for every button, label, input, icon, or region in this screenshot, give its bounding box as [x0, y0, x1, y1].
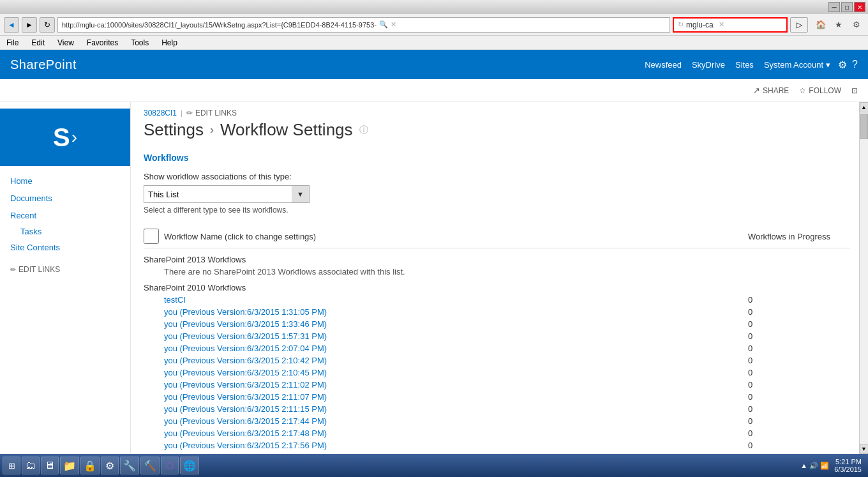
sp-sidebar: S › Home Documents Recent Tasks Site Con…: [0, 102, 131, 454]
taskbar-cmd[interactable]: 🖥: [41, 457, 59, 474]
search-go-button[interactable]: ▷: [790, 17, 808, 33]
scroll-thumb[interactable]: [860, 114, 868, 139]
minimize-button[interactable]: ─: [828, 2, 840, 12]
breadcrumb-separator: |: [181, 109, 183, 117]
nav-sites[interactable]: Sites: [735, 60, 754, 70]
breadcrumb-edit-links[interactable]: ✏ EDIT LINKS: [186, 109, 237, 117]
taskbar-ie[interactable]: 🌐: [180, 457, 199, 474]
workflow-link[interactable]: you (Previous Version:6/3/2015 2:17:56 P…: [164, 441, 748, 450]
sp-brand: SharePoint: [10, 57, 77, 72]
sp-s-letter: S: [53, 125, 70, 150]
address-bar[interactable]: http://mglu-ca:10000/sites/30828CI1/_lay…: [57, 17, 670, 33]
workflow-link[interactable]: you (Previous Version:6/3/2015 2:17:48 P…: [164, 428, 748, 438]
table-row: you (Previous Version:6/3/2015 2:17:44 P…: [144, 415, 850, 427]
workflow-link[interactable]: you (Previous Version:6/3/2015 2:10:42 P…: [164, 356, 748, 365]
menu-help[interactable]: Help: [159, 37, 180, 49]
focus-button[interactable]: ⊡: [851, 86, 858, 95]
menu-favorites[interactable]: Favorites: [84, 37, 121, 49]
menu-tools[interactable]: Tools: [128, 37, 151, 49]
restore-button[interactable]: □: [841, 2, 853, 12]
workflow-link[interactable]: you (Previous Version:6/3/2015 2:07:04 P…: [164, 344, 748, 353]
select-all-checkbox[interactable]: [144, 229, 159, 244]
address-close[interactable]: ✕: [391, 20, 396, 29]
search-box[interactable]: ↻ mglu-ca ✕: [673, 17, 788, 33]
info-icon[interactable]: ⓘ: [359, 125, 368, 136]
nav-skydrive[interactable]: SkyDrive: [692, 60, 725, 70]
cmd-icon: 🖥: [45, 460, 55, 471]
page-title: Settings › Workflow Settings ⓘ: [144, 120, 850, 140]
wrench-icon: 🔧: [123, 460, 136, 472]
table-row: you (Previous Version:6/3/2015 2:07:04 P…: [144, 342, 850, 354]
table-row: you (Previous Version:6/3/2015 2:10:45 P…: [144, 367, 850, 379]
nav-newsfeed[interactable]: Newsfeed: [645, 60, 682, 70]
home-icon-btn[interactable]: 🏠: [813, 17, 828, 33]
taskbar-settings[interactable]: ⚙: [101, 457, 119, 474]
title-settings: Settings: [144, 120, 204, 140]
workflow-count: 0: [748, 319, 850, 329]
workflow-count: 0: [748, 368, 850, 377]
sidebar-item-documents[interactable]: Documents: [10, 190, 130, 207]
taskbar-security[interactable]: 🔒: [80, 457, 100, 474]
taskbar-wrench[interactable]: 🔧: [120, 457, 139, 474]
menu-file[interactable]: File: [4, 37, 21, 49]
workflow-link[interactable]: you (Previous Version:6/3/2015 2:11:07 P…: [164, 392, 748, 402]
table-row: you (Previous Version:6/3/2015 2:11:07 P…: [144, 391, 850, 403]
workflow-link[interactable]: you (Previous Version:6/3/2015 1:31:05 P…: [164, 307, 748, 317]
sidebar-item-home[interactable]: Home: [10, 172, 130, 190]
workflow-link[interactable]: you (Previous Version:6/3/2015 1:33:46 P…: [164, 319, 748, 329]
sp-top-nav: SharePoint Newsfeed SkyDrive Sites Syste…: [0, 50, 868, 79]
windows-icon: ⊞: [8, 461, 15, 471]
taskbar-hammer[interactable]: 🔨: [140, 457, 160, 474]
browser-toolbar: ◄ ► ↻ http://mglu-ca:10000/sites/30828CI…: [0, 14, 868, 36]
taskbar-start[interactable]: ⊞: [3, 457, 20, 474]
sidebar-edit-links[interactable]: ✏ EDIT LINKS: [10, 261, 130, 278]
lock-icon: 🔒: [84, 460, 96, 472]
workflow-count: 0: [748, 331, 850, 341]
close-button[interactable]: ✕: [854, 2, 865, 12]
sp2013-section-label: SharePoint 2013 Workflows: [144, 251, 850, 266]
table-row: testCI 0: [144, 294, 850, 306]
share-link[interactable]: ↗ SHARE: [753, 86, 789, 95]
col-header-progress: Workflows in Progress: [748, 232, 850, 241]
time-display: 5:21 PM: [834, 458, 862, 466]
sidebar-item-recent[interactable]: Recent: [10, 207, 130, 224]
sp-settings-icon[interactable]: ⚙: [838, 59, 847, 71]
account-menu[interactable]: System Account ▾: [764, 60, 830, 70]
taskbar-vs[interactable]: ⬡: [161, 457, 179, 474]
workflow-link[interactable]: you (Previous Version:6/3/2015 2:17:44 P…: [164, 416, 748, 426]
workflow-count: 0: [748, 356, 850, 365]
forward-button[interactable]: ►: [22, 17, 37, 33]
workflows-heading: Workflows: [144, 153, 850, 163]
workflow-type-select[interactable]: This List This Content Type All: [144, 185, 310, 203]
workflow-count: 0: [748, 441, 850, 450]
back-button[interactable]: ◄: [4, 17, 19, 33]
scroll-down-button[interactable]: ▼: [860, 444, 869, 454]
workflow-link[interactable]: you (Previous Version:6/3/2015 2:11:02 P…: [164, 380, 748, 390]
address-text: http://mglu-ca:10000/sites/30828CI1/_lay…: [62, 21, 377, 29]
hammer-icon: 🔨: [144, 460, 156, 472]
taskbar-folder[interactable]: 📁: [60, 457, 79, 474]
taskbar-file-explorer[interactable]: 🗂: [22, 457, 40, 474]
workflow-count: 0: [748, 428, 850, 438]
workflow-link[interactable]: you (Previous Version:6/3/2015 1:57:31 P…: [164, 331, 748, 341]
title-arrow: ›: [210, 123, 214, 137]
menu-view[interactable]: View: [55, 37, 77, 49]
workflow-link[interactable]: you (Previous Version:6/3/2015 2:11:15 P…: [164, 404, 748, 414]
taskbar: ⊞ 🗂 🖥 📁 🔒 ⚙ 🔧 🔨 ⬡ 🌐 ▲ 🔊 📶 5:21 PM 6/3/20…: [0, 454, 868, 477]
workflow-link[interactable]: you (Previous Version:6/3/2015 2:10:45 P…: [164, 368, 748, 377]
search-close-icon[interactable]: ✕: [719, 20, 724, 29]
scroll-up-button[interactable]: ▲: [860, 102, 869, 112]
follow-link[interactable]: ☆ FOLLOW: [799, 86, 841, 95]
sidebar-item-tasks[interactable]: Tasks: [10, 224, 130, 239]
dropdown-hint: Select a different type to see its workf…: [144, 206, 850, 215]
sp-help-icon[interactable]: ?: [852, 59, 858, 70]
favorites-icon-btn[interactable]: ★: [831, 17, 846, 33]
window-buttons: ─ □ ✕: [828, 2, 865, 12]
window-chrome: ─ □ ✕: [0, 0, 868, 14]
breadcrumb-site[interactable]: 30828CI1: [144, 109, 177, 117]
refresh-button[interactable]: ↻: [40, 17, 55, 33]
sidebar-item-site-contents[interactable]: Site Contents: [10, 239, 130, 256]
workflow-link[interactable]: testCI: [164, 295, 748, 305]
menu-edit[interactable]: Edit: [29, 37, 47, 49]
tools-icon-btn[interactable]: ⚙: [849, 17, 864, 33]
